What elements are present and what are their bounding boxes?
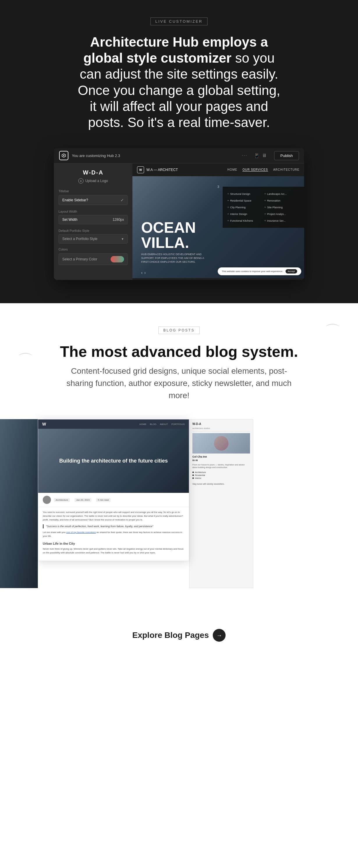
preview-pagination: ‹ › [141, 271, 145, 275]
hero-title: OCEAN VILLA. [141, 220, 205, 250]
layout-width-row: Set Width 1280px [59, 215, 128, 224]
sidebar-blog-right: W-D-A architecture studios Col Cha Inn i… [190, 420, 253, 489]
article-para-3: Never ever think of giving up. Winners n… [43, 547, 184, 555]
article-subheading: Urban Life in the City [43, 541, 184, 547]
blog-article-body: You need to succeed, surround yourself w… [38, 507, 189, 561]
plus-icon: + [78, 178, 84, 184]
check-icon: ✓ [121, 198, 124, 203]
primary-color-label: Select a Primary Color [62, 257, 97, 261]
blog-meta-info: Architecture Jan 20, 2023 5 min read [54, 498, 110, 502]
svg-point-1 [63, 155, 64, 156]
default-portfolio-label: Default Portfolio Style [59, 229, 128, 232]
section-label-tag: LIVE CUSTOMIZER [151, 18, 208, 25]
primary-color-row[interactable]: Select a Primary Color [59, 253, 128, 265]
nav-services: OUR SERVICES [242, 168, 268, 172]
article-link[interactable]: one of my favorite inventions [66, 531, 96, 534]
nav-architecture: ARCHITECTURE [273, 168, 299, 172]
list-item-2: Residential [192, 474, 250, 476]
blog-preview-area: W HOME BLOG ABOUT PORTFOLIO Building the… [0, 419, 358, 594]
layout-width-label: Layout Width [59, 210, 128, 213]
mega-item-2: Landscape Arc... [264, 191, 299, 196]
next-arrow-icon[interactable]: › [144, 271, 146, 275]
cookie-bar: This website uses cookies to improve you… [218, 268, 301, 275]
mega-item-8: Project Analys... [264, 212, 299, 216]
blog-nav-links: HOME BLOG ABOUT PORTFOLIO [139, 423, 185, 426]
customizer-topbar-title: You are customizing Hub 2.3 [72, 154, 238, 158]
blog-nav-portfolio: PORTFOLIO [171, 423, 185, 426]
article-para-2: Let me share with you one of my favorite… [43, 531, 184, 538]
portfolio-style-dropdown[interactable]: Select a Portfolio Style ▼ [59, 234, 128, 244]
desktop-icon[interactable]: 🖥 [262, 153, 267, 158]
titlebar-label: Titlebar [59, 189, 128, 193]
blog-right-sidebar: W-D-A architecture studios Col Cha Inn i… [189, 419, 253, 588]
sidebar-blog-list: Architecture Residential Interior [192, 471, 250, 479]
list-dot-3 [192, 477, 194, 479]
preview-hero: 3 Structural Design Landscape Arc... Res… [132, 176, 304, 278]
preview-logo: W W.A — ARCHITECT [137, 166, 178, 173]
blog-hero-title: Building the architecture of the future … [51, 458, 176, 464]
sidebar-description: From our house to yours — stories, inspi… [192, 463, 250, 469]
sidebar-subscribe-text: Stay tuned with weekly newsletters. [192, 483, 250, 486]
sidebar-divider [192, 431, 250, 431]
blog-section: ⌒ ⌒ BLOG POSTS The most advanced blog sy… [0, 303, 358, 665]
preview-logo-icon: W [137, 166, 144, 173]
mega-item-7: Interior Design [227, 212, 263, 216]
mega-item-3: Residential Space [227, 198, 263, 203]
explore-arrow-button[interactable]: → [213, 629, 226, 642]
topbar-device-icons: 📱 🖥 [254, 153, 267, 158]
blog-hero: Building the architecture of the future … [38, 429, 189, 493]
section-heading: Architecture Hub employs a global style … [77, 34, 281, 130]
customizer-section: LIVE CUSTOMIZER Architecture Hub employs… [0, 0, 358, 303]
sidebar-author-image [192, 433, 250, 454]
site-title: W-D-A [59, 169, 128, 176]
mega-menu: Structural Design Landscape Arc... Resid… [223, 187, 304, 228]
mega-item-4: Renovation [264, 198, 299, 203]
blog-text-area: BLOG POSTS The most advanced blog system… [0, 303, 358, 419]
list-item-1: Architecture [192, 471, 250, 473]
nav-home: HOME [227, 168, 237, 172]
mega-item-9: Functional Kitchens [227, 218, 263, 223]
customizer-body: W-D-A + Upload a Logo Titlebar Enable Si… [54, 163, 304, 280]
sidebar-logo: W-D-A [192, 422, 250, 426]
mobile-icon[interactable]: 📱 [254, 153, 260, 158]
customizer-sidebar: W-D-A + Upload a Logo Titlebar Enable Si… [54, 163, 132, 280]
explore-section: Explore Blog Pages → [0, 611, 358, 665]
blog-nav-logo: W [42, 422, 46, 427]
customizer-topbar: You are customizing Hub 2.3 ··· 📱 🖥 Publ… [54, 148, 304, 163]
blog-nav-home: HOME [139, 423, 147, 426]
upload-logo-label: Upload a Logo [85, 179, 108, 183]
blog-left-strip [0, 419, 38, 588]
hero-subtitle: HUB EMBRACES HOLISTIC DEVELOPMENT AND SU… [141, 252, 205, 264]
enable-sidebar-label: Enable Sidebar? [62, 198, 88, 202]
cookie-accept-button[interactable]: Accept [286, 269, 297, 274]
list-item-3: Interior [192, 477, 250, 479]
set-width-label: Set Width [62, 218, 77, 222]
upload-logo-row[interactable]: + Upload a Logo [59, 178, 128, 184]
mega-item-6: Site Planning [264, 205, 299, 210]
hero-number-badge: 3 [218, 185, 219, 188]
cookie-text: This website uses cookies to improve you… [222, 270, 283, 273]
blog-nav-blog: BLOG [150, 423, 156, 426]
prev-arrow-icon[interactable]: ‹ [141, 271, 142, 275]
meta-tag-2: Jan 20, 2023 [74, 498, 91, 502]
set-width-value: 1280px [112, 218, 124, 222]
author-avatar [43, 496, 51, 504]
swirl-right-icon: ⌒ [325, 321, 340, 342]
customizer-main-preview: W W.A — ARCHITECT HOME OUR SERVICES ARCH… [132, 163, 304, 280]
preview-nav-links: HOME OUR SERVICES ARCHITECTURE [227, 168, 299, 172]
topbar-dots-icon[interactable]: ··· [242, 153, 248, 159]
publish-button[interactable]: Publish [274, 151, 299, 160]
colors-label: Colors [59, 248, 128, 251]
architecture-studios-label: architecture studios [192, 427, 250, 429]
blog-nav-about: ABOUT [160, 423, 168, 426]
chevron-down-icon: ▼ [121, 238, 124, 241]
color-pill [110, 256, 124, 262]
swirl-left-icon: ⌒ [18, 350, 33, 371]
meta-tag-3: 5 min read [96, 498, 110, 502]
hero-content: OCEAN VILLA. HUB EMBRACES HOLISTIC DEVEL… [141, 220, 205, 264]
mega-item-1: Structural Design [227, 191, 263, 196]
arrow-right-icon: → [216, 632, 222, 639]
blog-center-preview: W HOME BLOG ABOUT PORTFOLIO Building the… [38, 419, 189, 561]
article-para-1: You need to succeed, surround yourself w… [43, 510, 184, 522]
enable-sidebar-dropdown[interactable]: Enable Sidebar? ✓ [59, 195, 128, 205]
